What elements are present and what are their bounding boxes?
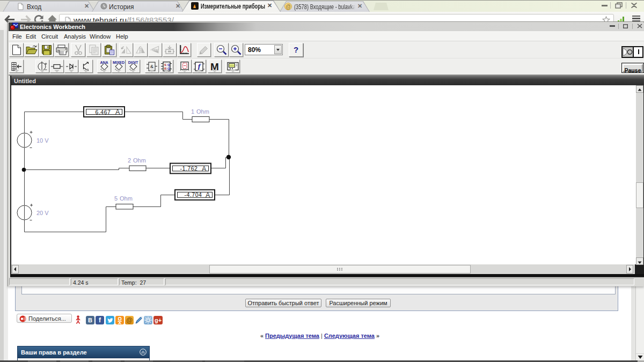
svg-text:1: 1 [191, 108, 194, 115]
svg-text:Ohm: Ohm [120, 195, 133, 202]
svg-text:Q: Q [167, 63, 170, 66]
svg-text:2: 2 [128, 157, 131, 164]
svg-text:6.467: 6.467 [96, 109, 111, 115]
svg-text:5: 5 [114, 195, 118, 202]
svg-text:10 V: 10 V [36, 137, 49, 144]
svg-text:20 V: 20 V [36, 210, 49, 216]
svg-text:Ohm: Ohm [133, 157, 146, 164]
svg-text:A: A [115, 108, 120, 116]
svg-text:A: A [206, 191, 210, 199]
svg-text:@: @ [286, 4, 291, 10]
svg-text:S: S [164, 63, 166, 66]
svg-text:-4.704: -4.704 [185, 191, 202, 198]
svg-text:A: A [202, 165, 207, 173]
svg-text:&: & [150, 64, 153, 69]
svg-text:-1.762: -1.762 [180, 165, 198, 172]
svg-text:Ohm: Ohm [196, 108, 209, 115]
